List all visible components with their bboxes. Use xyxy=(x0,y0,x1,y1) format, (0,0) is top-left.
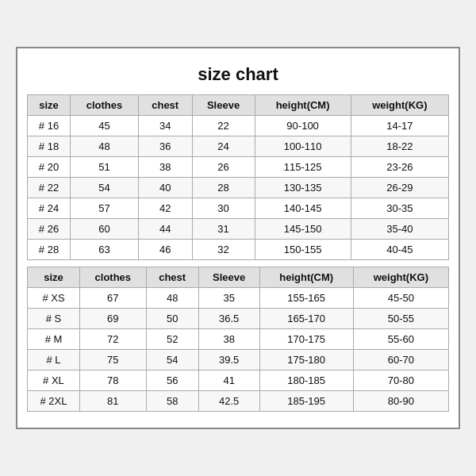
column-header: size xyxy=(28,267,80,288)
table-cell: 130-135 xyxy=(255,178,351,198)
table-cell: 35-40 xyxy=(351,219,448,240)
table-cell: 48 xyxy=(146,288,198,309)
table-cell: 56 xyxy=(146,370,198,391)
table-cell: # XS xyxy=(28,288,80,309)
table-cell: 44 xyxy=(138,219,192,240)
table-row: # 2XL815842.5185-19580-90 xyxy=(28,391,449,412)
table-row: # XL785641180-18570-80 xyxy=(28,370,449,391)
column-header: size xyxy=(28,95,71,116)
table-cell: 180-185 xyxy=(259,370,353,391)
table-cell: 80-90 xyxy=(353,391,448,412)
table-row: # M725238170-17555-60 xyxy=(28,329,449,350)
table-row: # 24574230140-14530-35 xyxy=(28,198,449,219)
table-cell: 30-35 xyxy=(351,198,448,219)
table-cell: 54 xyxy=(71,178,139,198)
table-cell: 31 xyxy=(192,219,255,240)
table-cell: # 2XL xyxy=(28,391,80,412)
table-cell: 46 xyxy=(138,240,192,260)
table-cell: 145-150 xyxy=(255,219,351,240)
table-cell: 40-45 xyxy=(351,240,448,260)
table-cell: 36.5 xyxy=(198,309,259,329)
table-cell: # 26 xyxy=(28,219,71,240)
table-cell: 38 xyxy=(198,329,259,350)
table-row: # 26604431145-15035-40 xyxy=(28,219,449,240)
column-header: chest xyxy=(138,95,192,116)
table-row: # L755439.5175-18060-70 xyxy=(28,350,449,370)
table-cell: 39.5 xyxy=(198,350,259,370)
table-cell: 30 xyxy=(192,198,255,219)
table-cell: 50-55 xyxy=(353,309,448,329)
table-row: # 20513826115-12523-26 xyxy=(28,157,449,178)
table-cell: 67 xyxy=(79,288,146,309)
table-cell: 35 xyxy=(198,288,259,309)
table-cell: # 28 xyxy=(28,240,71,260)
table-cell: 78 xyxy=(79,370,146,391)
table-cell: 54 xyxy=(146,350,198,370)
table-cell: 34 xyxy=(138,116,192,136)
column-header: height(CM) xyxy=(255,95,351,116)
table-cell: 32 xyxy=(192,240,255,260)
table-cell: 55-60 xyxy=(353,329,448,350)
table-cell: # 16 xyxy=(28,116,71,136)
size-table-2: sizeclotheschestSleeveheight(CM)weight(K… xyxy=(27,267,449,412)
table-cell: 150-155 xyxy=(255,240,351,260)
table-cell: 100-110 xyxy=(255,136,351,157)
table-cell: 175-180 xyxy=(259,350,353,370)
table-cell: 185-195 xyxy=(259,391,353,412)
table-cell: 45-50 xyxy=(353,288,448,309)
table-cell: 40 xyxy=(138,178,192,198)
table-cell: # 24 xyxy=(28,198,71,219)
table-cell: 70-80 xyxy=(353,370,448,391)
table-cell: 23-26 xyxy=(351,157,448,178)
table-row: # 1645342290-10014-17 xyxy=(28,116,449,136)
table-cell: # XL xyxy=(28,370,80,391)
table-cell: # 20 xyxy=(28,157,71,178)
column-header: chest xyxy=(146,267,198,288)
table-cell: 50 xyxy=(146,309,198,329)
column-header: clothes xyxy=(71,95,139,116)
table-row: # 22544028130-13526-29 xyxy=(28,178,449,198)
table-cell: 75 xyxy=(79,350,146,370)
table-cell: 24 xyxy=(192,136,255,157)
table-cell: 90-100 xyxy=(255,116,351,136)
table-cell: 18-22 xyxy=(351,136,448,157)
table-cell: 48 xyxy=(71,136,139,157)
table-cell: # L xyxy=(28,350,80,370)
table-cell: 69 xyxy=(79,309,146,329)
table-cell: 28 xyxy=(192,178,255,198)
table-cell: 51 xyxy=(71,157,139,178)
table-cell: 41 xyxy=(198,370,259,391)
table-cell: 155-165 xyxy=(259,288,353,309)
table-cell: 36 xyxy=(138,136,192,157)
table-cell: 60-70 xyxy=(353,350,448,370)
column-header: Sleeve xyxy=(198,267,259,288)
column-header: weight(KG) xyxy=(353,267,448,288)
column-header: weight(KG) xyxy=(351,95,448,116)
table-row: # S695036.5165-17050-55 xyxy=(28,309,449,329)
table-cell: 26 xyxy=(192,157,255,178)
table-cell: 26-29 xyxy=(351,178,448,198)
table-row: # XS674835155-16545-50 xyxy=(28,288,449,309)
table-cell: 42.5 xyxy=(198,391,259,412)
size-table-1: sizeclotheschestSleeveheight(CM)weight(K… xyxy=(27,94,449,260)
table-cell: 45 xyxy=(71,116,139,136)
table-cell: # 18 xyxy=(28,136,71,157)
table-cell: 38 xyxy=(138,157,192,178)
column-header: Sleeve xyxy=(192,95,255,116)
table-row: # 18483624100-11018-22 xyxy=(28,136,449,157)
table-cell: 57 xyxy=(71,198,139,219)
table-cell: 14-17 xyxy=(351,116,448,136)
table-cell: 52 xyxy=(146,329,198,350)
table-cell: # S xyxy=(28,309,80,329)
chart-title: size chart xyxy=(27,58,449,94)
table-cell: 165-170 xyxy=(259,309,353,329)
size-chart: size chart sizeclotheschestSleeveheight(… xyxy=(16,47,460,429)
table-cell: 60 xyxy=(71,219,139,240)
table-cell: # 22 xyxy=(28,178,71,198)
column-header: clothes xyxy=(79,267,146,288)
table-cell: 81 xyxy=(79,391,146,412)
table-cell: 170-175 xyxy=(259,329,353,350)
table-cell: 42 xyxy=(138,198,192,219)
table-cell: 63 xyxy=(71,240,139,260)
column-header: height(CM) xyxy=(259,267,353,288)
